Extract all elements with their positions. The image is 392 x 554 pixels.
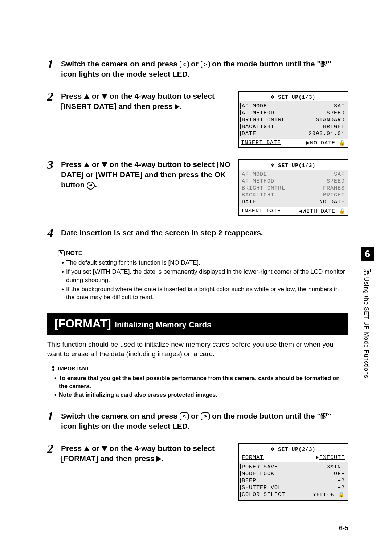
setup-title: SET UP(1/3): [278, 94, 315, 100]
down-arrow-icon: [102, 94, 107, 99]
menu-row-label: AF MODE: [242, 171, 267, 178]
ok-button-icon: ↵: [87, 182, 95, 190]
setup-title: SET UP(2/3): [278, 447, 315, 452]
step-text: Date insertion is set and the screen in …: [61, 228, 348, 238]
important-heading: ❢ IMPORTANT: [51, 365, 348, 372]
setup-screen-3: ✻ SET UP(2/3) FORMATEXECUTE POWER SAVE3M…: [238, 443, 348, 501]
tool-icon: ✻: [271, 162, 275, 169]
select-arrow-icon: [316, 456, 319, 459]
chapter-number: 6: [361, 247, 374, 261]
tool-icon: ✻: [271, 446, 275, 453]
page-number: 6-5: [339, 525, 348, 532]
menu-row-value: FRAMES: [323, 185, 345, 191]
important-label: IMPORTANT: [58, 366, 90, 371]
menu-row-value: BRIGHT: [323, 192, 345, 198]
menu-row-label: BACKLIGHT: [242, 124, 274, 130]
section-title-main: [FORMAT]: [54, 317, 111, 330]
note-label: NOTE: [66, 250, 82, 257]
important-item: To ensure that you get the best possible…: [54, 374, 348, 391]
important-list: To ensure that you get the best possible…: [54, 374, 348, 399]
intro-text: This function should be used to initiali…: [47, 340, 348, 358]
section-title-sub: Initializing Memory Cards: [115, 320, 212, 330]
setup-screen-2: ✻ SET UP(1/3) AF MODESAF AF METHODSPEED …: [238, 159, 348, 216]
tool-icon: ✻: [271, 94, 275, 101]
note-item: The default setting for this function is…: [62, 259, 348, 267]
right-arrow-icon: [156, 456, 162, 462]
manual-page: 1 Switch the camera on and press < or > …: [0, 0, 392, 554]
menu-row-value: OFF: [334, 471, 345, 477]
step-number: 4: [47, 227, 56, 239]
menu-row-label: BRIGHT CNTRL: [242, 185, 285, 191]
up-arrow-icon: [84, 446, 90, 451]
mode-left-icon: <: [180, 412, 189, 420]
menu-row-label: POWER SAVE: [242, 464, 278, 470]
menu-row-value: SAF: [334, 171, 345, 178]
step-text: Press or on the 4-way button to select […: [61, 159, 231, 190]
lock-icon: 🔒: [339, 208, 346, 214]
step-text: Press or on the 4-way button to select […: [61, 91, 231, 112]
menu-row-value: BRIGHT: [323, 124, 345, 130]
menu-row-value: +2: [338, 485, 345, 491]
mode-left-icon: <: [180, 61, 189, 69]
step-b1: 1 Switch the camera on and press < or > …: [47, 410, 348, 432]
section-heading: [FORMAT] Initializing Memory Cards: [47, 313, 348, 335]
side-tab: 6 SETUP Using the SET UP Mode Functions: [361, 247, 374, 378]
chapter-title: SETUP Using the SET UP Mode Functions: [363, 269, 372, 378]
menu-row-value: SAF: [334, 103, 345, 109]
setup-screen-1: ✻ SET UP(1/3) AF MODESAF AF METHODSPEED …: [238, 91, 348, 148]
menu-row-label: MODE LOCK: [242, 471, 274, 477]
menu-row-label: BRIGHT CNTRL: [242, 117, 285, 123]
setup-icon: SETUP: [320, 413, 327, 420]
menu-row-label: AF METHOD: [242, 178, 274, 184]
step-number: 1: [47, 58, 56, 70]
lock-icon: 🔒: [338, 492, 345, 498]
step-number: 2: [47, 90, 56, 103]
step-text: Switch the camera on and press < or > on…: [61, 411, 348, 432]
menu-row-value: +2: [338, 478, 345, 484]
menu-row-label: DATE: [242, 131, 256, 137]
step-number: 2: [47, 443, 56, 455]
mode-right-icon: >: [201, 61, 210, 69]
menu-footer-label: INSERT DATE: [241, 140, 281, 146]
menu-row-value: NO DATE: [319, 199, 345, 205]
select-arrow-icon: [299, 209, 302, 213]
important-icon: ❢: [51, 365, 56, 372]
setup-title: SET UP(1/3): [278, 163, 315, 168]
menu-footer-label: INSERT DATE: [241, 208, 281, 215]
step-b2: 2 Press or on the 4-way button to select…: [47, 443, 348, 501]
menu-row-label: DATE: [242, 199, 256, 205]
note-block: NOTE The default setting for this functi…: [58, 250, 348, 302]
menu-footer-value: WITH DATE: [303, 208, 335, 215]
step-text: Switch the camera on and press < or > on…: [61, 59, 348, 80]
menu-footer-value: NO DATE: [310, 140, 335, 146]
lock-icon: 🔒: [339, 140, 346, 146]
menu-row-value: 3MIN.: [327, 464, 345, 470]
up-arrow-icon: [84, 162, 90, 167]
step-text: Press or on the 4-way button to select […: [61, 443, 231, 464]
menu-row-value: STANDARD: [316, 117, 345, 123]
setup-icon: SETUP: [364, 269, 372, 275]
step-a3: 3 Press or on the 4-way button to select…: [47, 159, 348, 216]
note-item: If you set [WITH DATE], the date is perm…: [62, 268, 348, 285]
menu-row-value: SPEED: [327, 110, 345, 116]
step-a1: 1 Switch the camera on and press < or > …: [47, 58, 348, 80]
menu-row-label: AF MODE: [242, 103, 267, 109]
menu-row-label: SHUTTER VOL: [242, 485, 282, 491]
step-a2: 2 Press or on the 4-way button to select…: [47, 90, 348, 148]
menu-row-value: YELLOW: [313, 492, 335, 498]
mode-right-icon: >: [201, 412, 210, 420]
menu-row-label: FORMAT: [242, 455, 264, 461]
step-a4: 4 Date insertion is set and the screen i…: [47, 227, 348, 239]
up-arrow-icon: [84, 94, 90, 99]
important-item: Note that initializing a card also erase…: [54, 391, 348, 399]
setup-icon: SETUP: [320, 61, 327, 68]
note-icon: [58, 250, 65, 256]
menu-row-value: EXECUTE: [319, 455, 345, 461]
down-arrow-icon: [102, 446, 107, 451]
menu-row-label: BACKLIGHT: [242, 192, 274, 198]
select-arrow-icon: [306, 141, 309, 145]
menu-row-label: BEEP: [242, 478, 256, 484]
menu-row-label: AF METHOD: [242, 110, 274, 116]
menu-row-value: 2003.01.01: [309, 131, 345, 137]
step-number: 1: [47, 410, 56, 423]
